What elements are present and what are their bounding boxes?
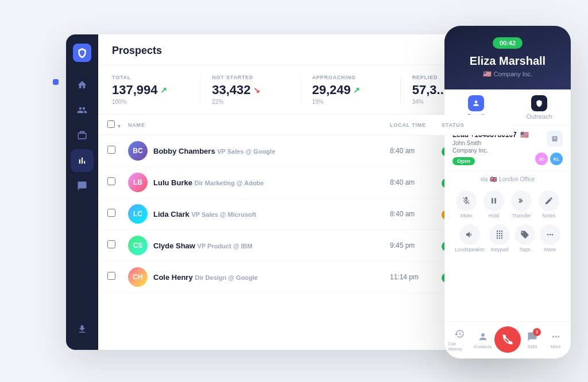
hold-button[interactable]: Hold (483, 190, 504, 219)
stat-total-trend: ↗ (160, 85, 167, 95)
detail-tab-icon (468, 95, 484, 111)
more-label: More (544, 247, 556, 252)
office-flag: 🇬🇧 (490, 176, 497, 182)
sidebar-item-chart[interactable] (71, 149, 94, 172)
row-info-2: Lulu Burke Dir Marketing @ Adobe (153, 178, 390, 187)
row-checkbox-4[interactable] (107, 240, 115, 248)
row-check-1[interactable] (107, 146, 128, 156)
sidebar-item-download[interactable] (71, 318, 94, 341)
row-check-4[interactable] (107, 240, 128, 251)
row-check-2[interactable] (107, 177, 128, 188)
stat-approaching-label: APPROACHING (312, 75, 389, 80)
contacts-icon (477, 330, 489, 343)
mute-button[interactable]: Mute (456, 190, 477, 219)
hold-label: Hold (489, 213, 500, 219)
transfer-button[interactable]: Transfer (511, 190, 532, 219)
sidebar-item-team[interactable] (71, 99, 94, 122)
controls-row-2: Loud­speaker Keypad Tags More (452, 224, 563, 252)
row-role-5: Dir Design @ Google (195, 274, 258, 281)
stat-approaching-value: 29,249 ↗ (312, 83, 389, 98)
page-title: Prospects (112, 45, 500, 57)
tags-icon (514, 224, 535, 245)
call-controls: Mute Hold Transfer Notes (444, 186, 571, 263)
row-check-5[interactable] (107, 272, 128, 282)
row-checkbox-2[interactable] (107, 177, 115, 185)
caller-company: 🇺🇸 Company Inc. (454, 70, 562, 78)
via-label: via 🇬🇧 London Office (444, 171, 571, 186)
stat-not-started-trend: ↘ (253, 85, 260, 95)
sidebar-item-message[interactable] (71, 174, 94, 197)
row-time-3: 8:40 am (390, 210, 442, 218)
row-info-4: Clyde Shaw VP Product @ IBM (153, 241, 390, 250)
office-name: London Office (499, 176, 535, 182)
sms-icon: 2 (526, 330, 539, 343)
col-header-time: LOCAL TIME (390, 122, 442, 128)
row-checkbox-3[interactable] (107, 209, 115, 217)
end-call-button[interactable] (494, 326, 521, 353)
notes-button[interactable]: Notes (539, 190, 559, 219)
row-info-3: Lida Clark VP Sales @ Microsoft (153, 210, 390, 219)
nav-call-history[interactable]: Call History (448, 328, 471, 352)
lead-company: Company Inc. (452, 147, 529, 154)
outreach-tab-icon (531, 95, 547, 111)
row-info-5: Cole Henry Dir Design @ Google (153, 273, 390, 282)
app-logo (73, 44, 91, 62)
stat-total-value: 137,994 ↗ (112, 83, 188, 98)
lead-name: John Smith (452, 140, 529, 146)
row-time-2: 8:40 am (390, 178, 442, 186)
mute-label: Mute (461, 213, 472, 219)
loudspeaker-label: Loud­speaker (455, 247, 485, 252)
nav-contacts[interactable]: Contacts (471, 330, 495, 349)
stat-approaching-pct: 19% (312, 99, 389, 105)
caller-name: Eliza Marshall (454, 54, 562, 68)
via-text: via (481, 176, 488, 182)
stat-not-started-value: 33,432 ↘ (212, 83, 288, 98)
tab-outreach[interactable]: Outreach (508, 89, 571, 124)
phone-call-header: 00:42 Eliza Marshall 🇺🇸 Company Inc. (444, 26, 571, 89)
expand-button[interactable] (547, 131, 563, 147)
more-nav-label: More (551, 344, 561, 349)
row-avatar-2: LB (128, 173, 148, 192)
nav-more[interactable]: More (544, 330, 568, 349)
sidebar-item-home[interactable] (71, 73, 94, 96)
row-avatar-3: LC (128, 204, 148, 224)
decorative-dot-tl (53, 79, 59, 85)
keypad-button[interactable]: Keypad (489, 224, 510, 252)
row-role-2: Dir Marketing @ Adobe (195, 180, 264, 186)
sms-label: SMS (528, 344, 537, 349)
more-nav-icon (550, 330, 562, 343)
keypad-label: Keypad (491, 247, 509, 252)
loudspeaker-button[interactable]: Loud­speaker (455, 224, 485, 252)
row-checkbox-1[interactable] (107, 146, 115, 154)
sms-badge-count: 2 (533, 328, 541, 336)
transfer-label: Transfer (512, 213, 531, 219)
row-name-5: Cole Henry Dir Design @ Google (153, 273, 390, 282)
col-header-name: NAME (128, 122, 390, 128)
select-all-checkbox[interactable] (107, 120, 115, 128)
col-header-check: ▾ (107, 120, 128, 129)
row-info-1: Bobby Chambers VP Sales @ Google (153, 147, 390, 155)
phone-overlay: 00:42 Eliza Marshall 🇺🇸 Company Inc. Det… (444, 26, 571, 358)
stat-not-started-pct: 22% (212, 99, 288, 105)
assignee-avatar-1: JD (535, 153, 548, 165)
assignee-avatars: JD KL (535, 153, 563, 165)
tags-button[interactable]: Tags (514, 224, 535, 252)
hold-icon (483, 190, 504, 211)
row-name-2: Lulu Burke Dir Marketing @ Adobe (153, 178, 390, 187)
stat-total: TOTAL 137,994 ↗ 100% (112, 75, 200, 105)
stat-not-started-label: NOT STARTED (212, 75, 288, 80)
transfer-icon (511, 190, 532, 211)
row-name-4: Clyde Shaw VP Product @ IBM (153, 241, 390, 250)
row-check-3[interactable] (107, 209, 128, 219)
row-role-1: VP Sales @ Google (217, 148, 275, 155)
contacts-label: Contacts (474, 344, 492, 349)
mute-icon (456, 190, 477, 211)
nav-sms[interactable]: 2 SMS (521, 330, 544, 349)
row-role-4: VP Product @ IBM (198, 243, 253, 250)
stat-not-started: NOT STARTED 33,432 ↘ 22% (212, 75, 300, 105)
table-header: ▾ NAME LOCAL TIME STATUS (98, 115, 514, 135)
row-checkbox-5[interactable] (107, 272, 115, 280)
sidebar-item-briefcase[interactable] (71, 124, 94, 147)
history-label: Call History (448, 341, 471, 352)
more-button[interactable]: More (540, 224, 560, 252)
